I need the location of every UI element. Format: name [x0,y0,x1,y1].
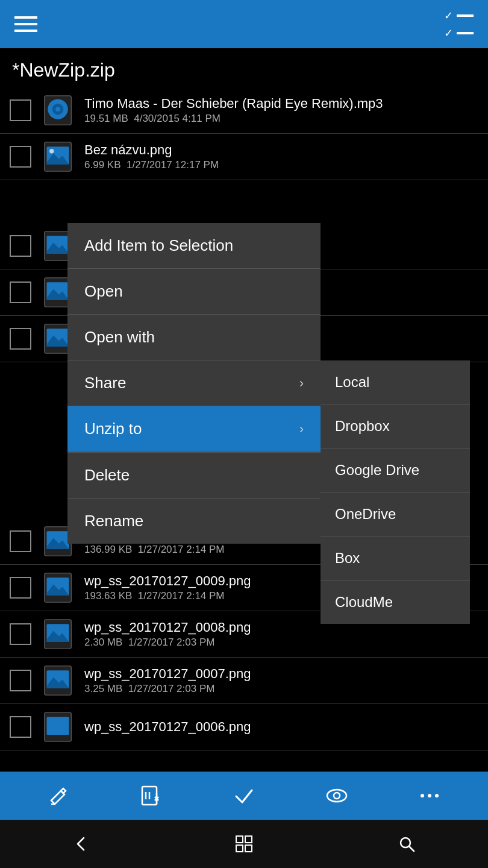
file-info: wp_ss_20170127_0008.png 2.30 MB 1/27/201… [84,620,478,649]
context-add-item[interactable]: Add Item to Selection [67,223,321,269]
submenu-cloudme[interactable]: CloudMe [321,580,470,624]
file-checkbox[interactable] [10,99,31,121]
file-info: Timo Maas - Der Schieber (Rapid Eye Remi… [84,96,478,125]
file-checkbox[interactable] [10,670,31,691]
list-item[interactable]: wp_ss_20170127_0006.png [0,704,488,750]
submenu-google-drive[interactable]: Google Drive [321,448,470,492]
list-item[interactable]: wp_ss_20170127_0007.png 3.25 MB 1/27/201… [0,658,488,704]
chevron-right-icon: › [299,376,304,391]
submenu-box[interactable]: Box [321,536,470,580]
submenu: Local Dropbox Google Drive OneDrive Box … [321,360,470,624]
checklist-button[interactable]: ✓ ✓ [444,9,474,40]
chevron-right-icon: › [299,421,304,437]
file-checkbox[interactable] [10,577,31,599]
page-title: *NewZip.zip [0,48,488,87]
submenu-dropbox[interactable]: Dropbox [321,404,470,448]
file-meta: 3.25 MB 1/27/2017 2:03 PM [84,683,478,695]
file-info: wp_ss_20170127_0006.png [84,719,478,735]
context-rename[interactable]: Rename [67,498,321,544]
image-file-icon [41,571,75,605]
svg-point-3 [55,107,60,111]
svg-rect-30 [46,717,69,735]
file-name: wp_ss_20170127_0007.png [84,666,478,682]
context-menu: Add Item to Selection Open Open with Sha… [67,223,321,544]
file-checkbox[interactable] [10,328,31,350]
mp3-file-icon [41,93,75,127]
list-item[interactable]: Timo Maas - Der Schieber (Rapid Eye Remi… [0,87,488,134]
file-info: Bez názvu.png 6.99 KB 1/27/2017 12:17 PM [84,142,478,171]
file-name: Bez názvu.png [84,142,478,158]
file-meta: 2.30 MB 1/27/2017 2:03 PM [84,637,478,649]
top-bar: ✓ ✓ [0,0,488,48]
file-checkbox[interactable] [10,235,31,257]
context-share[interactable]: Share › [67,360,321,406]
context-open[interactable]: Open [67,269,321,315]
submenu-local[interactable]: Local [321,360,470,404]
file-name: wp_ss_20170127_0006.png [84,719,478,735]
context-open-with[interactable]: Open with [67,315,321,360]
hamburger-menu-button[interactable] [14,16,37,32]
file-meta: 6.99 KB 1/27/2017 12:17 PM [84,159,478,171]
file-list: Timo Maas - Der Schieber (Rapid Eye Remi… [0,87,488,180]
image-file-icon [41,710,75,744]
file-checkbox[interactable] [10,146,31,168]
file-meta: 19.51 MB 4/30/2015 4:11 PM [84,113,478,125]
file-info: wp_ss_20170127_0007.png 3.25 MB 1/27/201… [84,666,478,695]
file-checkbox[interactable] [10,716,31,738]
file-name: Timo Maas - Der Schieber (Rapid Eye Remi… [84,96,478,112]
file-checkbox[interactable] [10,623,31,645]
file-checkbox[interactable] [10,530,31,552]
context-delete[interactable]: Delete [67,453,321,498]
context-menu-overlay: Add Item to Selection Open Open with Sha… [0,223,488,868]
image-file-icon [41,617,75,651]
image-file-icon [41,140,75,174]
image-file-icon [41,664,75,697]
submenu-onedrive[interactable]: OneDrive [321,492,470,536]
file-checkbox[interactable] [10,281,31,303]
svg-point-7 [49,149,54,153]
context-unzip-to[interactable]: Unzip to › [67,406,321,452]
list-item[interactable]: Bez názvu.png 6.99 KB 1/27/2017 12:17 PM [0,134,488,180]
